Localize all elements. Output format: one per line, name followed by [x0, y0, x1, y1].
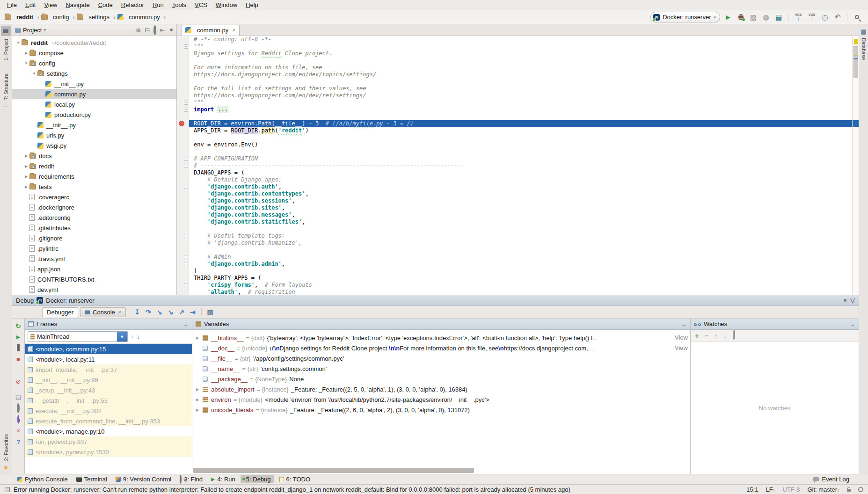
step-out-icon[interactable]: ↗ — [179, 308, 184, 316]
editor-gutter[interactable] — [177, 78, 189, 85]
rerun-icon[interactable]: ↻ — [15, 322, 21, 330]
help-icon[interactable]: ? — [16, 438, 20, 445]
editor-gutter[interactable] — [177, 289, 189, 295]
settings-icon[interactable] — [17, 405, 20, 412]
locate-icon[interactable]: ⊕ — [136, 27, 141, 34]
tool-window-button[interactable]: Terminal — [73, 475, 110, 483]
menu-item[interactable]: Tools — [168, 0, 190, 10]
tree-item[interactable]: __init__.py — [12, 79, 176, 89]
tree-item[interactable]: tests — [12, 182, 176, 192]
menu-item[interactable]: View — [40, 0, 61, 10]
stop-icon[interactable]: ■ — [16, 356, 20, 363]
menu-item[interactable]: Navigate — [61, 0, 94, 10]
tree-item[interactable]: reddit — [12, 161, 176, 171]
pause-icon[interactable] — [17, 344, 20, 351]
editor-gutter[interactable]: − — [177, 183, 189, 190]
sidebar-tab-favorites[interactable]: 2: Favorites — [3, 434, 9, 461]
expand-icon[interactable] — [196, 387, 203, 392]
close-icon[interactable]: × — [232, 27, 235, 34]
editor-gutter[interactable] — [177, 268, 189, 275]
editor-gutter[interactable] — [177, 204, 189, 211]
add-watch-icon[interactable]: + — [695, 332, 699, 340]
breadcrumb[interactable]: reddit — [5, 14, 39, 21]
hide-icon[interactable]: → — [183, 321, 189, 327]
editor-gutter[interactable] — [177, 169, 189, 176]
breadcrumb[interactable]: config — [41, 14, 75, 21]
menu-item[interactable]: Edit — [21, 0, 40, 10]
editor-gutter[interactable] — [177, 176, 189, 183]
editor-gutter[interactable] — [177, 141, 189, 148]
variable-row[interactable]: __file__ = {str} '/app/config/settings/c… — [192, 353, 690, 363]
fold-marker-icon[interactable]: − — [184, 164, 188, 168]
chevron-down-icon[interactable]: ▼ — [117, 331, 127, 342]
variable-row[interactable]: absolute_import = {instance} _Feature: _… — [192, 384, 690, 394]
hide-icon[interactable]: → — [850, 321, 855, 327]
move-down-icon[interactable]: ↓ — [723, 332, 727, 340]
menu-item[interactable]: Refactor — [117, 0, 148, 10]
project-panel-title[interactable]: Project — [23, 27, 42, 34]
fold-marker-icon[interactable]: − — [184, 185, 188, 189]
frame-row[interactable]: __getattr__, __init__.py:55 — [25, 395, 192, 406]
frame-row[interactable]: __init__, __init__.py:99 — [25, 375, 192, 385]
tool-window-button[interactable]: Python Console — [14, 475, 71, 483]
frame-row[interactable]: import_module, __init__.py:37 — [25, 364, 192, 375]
editor-gutter[interactable] — [177, 225, 189, 232]
lock-icon[interactable] — [847, 489, 851, 492]
mute-breakpoints-icon[interactable]: ⊘ — [16, 378, 21, 385]
tree-item[interactable]: app.json — [12, 264, 176, 274]
menu-item[interactable]: Window — [212, 0, 241, 10]
tree-item[interactable]: requirements — [12, 171, 176, 182]
editor-gutter[interactable]: − — [177, 232, 189, 240]
editor-gutter[interactable]: − — [177, 282, 189, 289]
rollback-icon[interactable]: ↶ — [833, 13, 842, 22]
breadcrumb[interactable]: common.py — [117, 14, 166, 21]
frame-row[interactable]: <module>, common.py:15 — [25, 344, 192, 354]
editor-gutter[interactable]: − — [177, 261, 189, 268]
tree-item[interactable]: .pylintrc — [12, 243, 176, 254]
restore-layout-icon[interactable]: ▤ — [15, 393, 21, 400]
menu-item[interactable]: Code — [94, 0, 117, 10]
variable-row[interactable]: __builtins__ = {dict} {'bytearray': <typ… — [192, 333, 690, 343]
breakpoint-icon[interactable] — [179, 121, 184, 126]
menu-item[interactable]: File — [3, 0, 21, 10]
sidebar-tab-project[interactable]: 1: Project — [3, 39, 9, 60]
hide-icon[interactable]: → — [681, 321, 687, 327]
frame-row[interactable]: <module>, pydevd.py:1530 — [25, 447, 192, 457]
tree-item[interactable]: .gitattributes — [12, 223, 176, 233]
editor-gutter[interactable]: − — [177, 99, 189, 106]
settings-icon[interactable] — [153, 27, 156, 34]
remove-watch-icon[interactable]: − — [705, 332, 709, 340]
settings-gear-icon[interactable] — [844, 299, 846, 302]
tool-window-button[interactable]: ▶ 4: Run — [208, 475, 239, 483]
tree-item[interactable]: CONTRIBUTORS.txt — [12, 274, 176, 284]
thread-select[interactable]: MainThread ▼ — [28, 331, 128, 342]
git-branch-select[interactable]: Git: master↕ — [807, 486, 839, 493]
tree-item[interactable]: settings — [12, 68, 176, 79]
view-link[interactable]: View — [673, 343, 688, 353]
variable-row[interactable]: unicode_literals = {instance} _Feature: … — [192, 405, 690, 415]
editor-gutter[interactable] — [177, 211, 189, 218]
run-icon[interactable]: ▶ — [723, 13, 733, 22]
editor-gutter[interactable] — [177, 240, 189, 247]
encoding-select[interactable]: UTF-8 — [783, 486, 800, 493]
fold-marker-icon[interactable]: + — [184, 108, 188, 112]
step-into-icon[interactable]: ↘ — [157, 308, 162, 316]
resume-icon[interactable]: ▶ — [16, 334, 20, 340]
editor-gutter[interactable]: − — [177, 254, 189, 261]
copy-icon[interactable] — [733, 332, 734, 340]
editor-gutter[interactable] — [177, 36, 189, 43]
fold-marker-icon[interactable]: − — [184, 255, 188, 259]
editor-scrollbar[interactable] — [852, 36, 859, 295]
fold-marker-icon[interactable]: − — [184, 262, 188, 266]
editor-gutter[interactable] — [177, 120, 189, 127]
tree-item[interactable]: urls.py — [12, 130, 176, 140]
coverage-icon[interactable]: ▨ — [749, 13, 758, 22]
step-over-icon[interactable]: ↷ — [146, 308, 151, 316]
editor-gutter[interactable] — [177, 148, 189, 155]
chevron-down-icon[interactable]: ▾ — [44, 28, 46, 32]
editor-gutter[interactable] — [177, 57, 189, 64]
evaluate-expression-icon[interactable]: ▧ — [207, 308, 213, 316]
tree-item[interactable]: .gitignore — [12, 233, 176, 243]
frame-row[interactable]: _setup, __init__.py:43 — [25, 385, 192, 395]
run-configuration-select[interactable]: dj Docker: runserver ▾ — [650, 12, 720, 22]
